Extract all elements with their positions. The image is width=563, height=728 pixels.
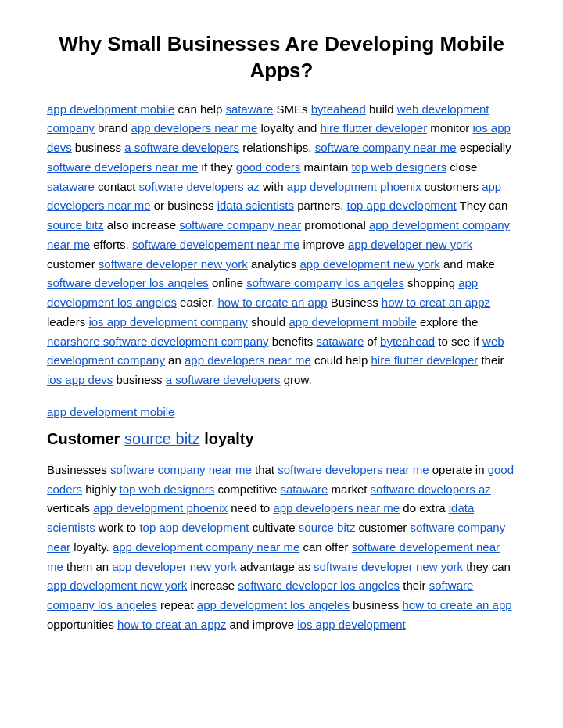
inline-link[interactable]: a software developers [166,373,281,386]
inline-link[interactable]: hire flutter developer [371,353,478,367]
inline-link[interactable]: software company near me [110,463,252,476]
paragraph-1: app development mobile can help sataware… [47,100,516,390]
inline-link[interactable]: software company near me [315,141,457,154]
inline-link[interactable]: good coders [236,160,301,174]
inline-link[interactable]: software developers az [371,482,491,496]
inline-link[interactable]: source bitz [299,521,356,534]
inline-link[interactable]: software developement near me [132,238,299,251]
inline-link[interactable]: app development mobile [47,102,174,116]
inline-link[interactable]: software company near [179,218,301,231]
inline-link[interactable]: app developers near me [131,121,258,134]
inline-link[interactable]: top web designers [120,482,215,496]
inline-link[interactable]: software developers near me [278,463,429,476]
inline-link[interactable]: nearshore software development company [47,335,269,348]
section-link[interactable]: app development mobile [47,403,516,421]
heading-link[interactable]: source bitz [124,430,200,447]
inline-link[interactable]: source bitz [47,218,104,231]
inline-link[interactable]: sataware [316,335,364,348]
inline-link[interactable]: sataware [226,102,274,116]
inline-link[interactable]: top app development [139,521,249,534]
inline-link[interactable]: how to creat an appz [382,296,490,309]
inline-link[interactable]: app developer new york [348,238,472,251]
inline-link[interactable]: software developer los angeles [238,579,400,592]
inline-link[interactable]: software company los angeles [246,276,404,289]
heading-link-wrapper: source bitz [124,430,204,447]
inline-link[interactable]: byteahead [380,335,435,348]
inline-link[interactable]: a software developers [124,141,239,154]
inline-link[interactable]: app development company near me [113,540,299,554]
inline-link[interactable]: software developers az [139,180,260,193]
inline-link[interactable]: software developer new york [314,560,463,573]
inline-link[interactable]: software developers near me [47,160,198,174]
inline-link[interactable]: app developers near me [185,353,311,367]
inline-link[interactable]: software developer los angeles [47,276,209,289]
paragraph-2: Businesses software company near me that… [47,461,516,635]
inline-link[interactable]: hire flutter developer [320,121,427,134]
inline-link[interactable]: app developer new york [112,560,236,573]
inline-link[interactable]: ios app development company [88,315,247,328]
inline-link[interactable]: sataware [281,482,328,496]
page-title: Why Small Businesses Are Developing Mobi… [47,31,516,84]
inline-link[interactable]: ios app development [297,618,405,631]
section-heading: Customer source bitz loyalty [47,426,516,451]
inline-link[interactable]: software developer new york [99,257,248,271]
inline-link[interactable]: how to create an app [217,296,327,309]
inline-link[interactable]: app development mobile [289,315,416,328]
inline-link[interactable]: how to creat an appz [117,618,226,631]
heading-after: loyalty [204,430,253,447]
inline-link[interactable]: app development phoenix [287,180,421,193]
inline-link[interactable]: top web designers [351,160,446,174]
inline-link[interactable]: ios app devs [47,373,113,386]
inline-link[interactable]: top app development [347,199,457,212]
inline-link[interactable]: app development los angeles [197,598,350,611]
inline-link[interactable]: sataware [47,180,95,193]
inline-link[interactable]: app developers near me [273,501,400,515]
inline-link[interactable]: app development new york [47,579,187,592]
inline-link[interactable]: app development new york [300,257,440,271]
heading-before: Customer [47,430,120,447]
inline-link[interactable]: idata scientists [217,199,294,212]
inline-link[interactable]: how to create an app [402,598,511,611]
inline-link[interactable]: app development phoenix [93,501,228,515]
inline-link[interactable]: byteahead [311,102,366,116]
